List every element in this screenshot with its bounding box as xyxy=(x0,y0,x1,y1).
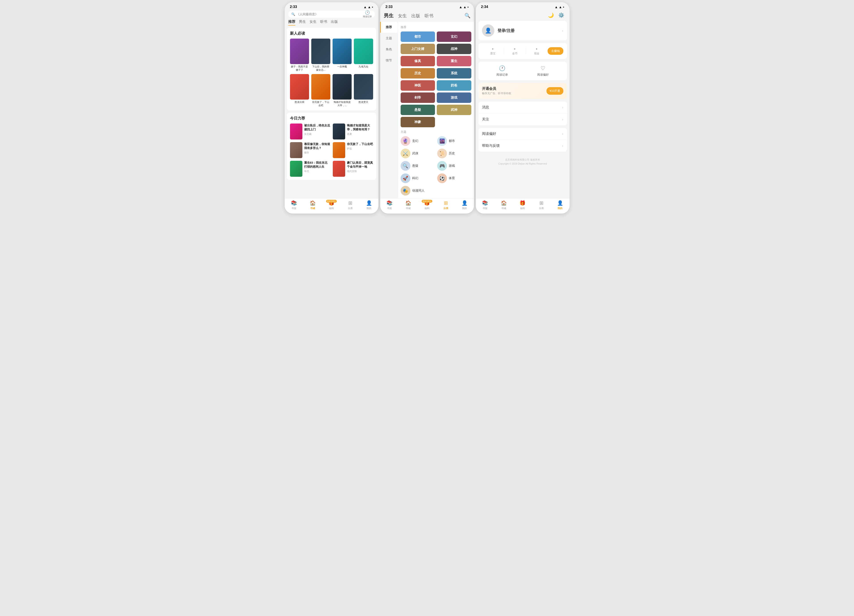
daily-tag-1: 女总裁 xyxy=(304,133,330,136)
coin-label: 金币 xyxy=(504,52,526,55)
nav-mine[interactable]: 👤 我的 xyxy=(360,200,378,210)
theme-kehuan[interactable]: 🚀 科幻 xyxy=(401,174,435,183)
tab-publish[interactable]: 出版 xyxy=(331,20,338,26)
header-tab-audio[interactable]: 听书 xyxy=(425,13,433,19)
genre-shenyi[interactable]: 神医 xyxy=(401,80,435,91)
nav2-shelf[interactable]: 📚 书架 xyxy=(380,200,399,210)
theme-lishi[interactable]: 📜 历史 xyxy=(437,149,471,158)
s2-genre-grid: 都市 玄幻 上门女婿 战神 修真 重生 历史 系统 神医 奶爸 剑帝 游戏 悬疑… xyxy=(401,32,471,127)
s3-content-scroll[interactable]: 👤 登录/注册 › - 墨宝 - 金币 xyxy=(476,21,570,198)
nav-store[interactable]: 🏠 书城 xyxy=(303,200,322,210)
genre-shangmen[interactable]: 上门女婿 xyxy=(401,44,435,54)
action-reading-pref[interactable]: ♡ 阅读偏好 xyxy=(523,65,563,77)
sidebar-recommend[interactable]: 推荐 xyxy=(380,22,398,33)
book-cover-2 xyxy=(311,38,330,64)
book-item-4[interactable]: 九域凡仙 xyxy=(354,38,373,72)
genre-zhanshen[interactable]: 战神 xyxy=(437,44,471,54)
nav2-welfare[interactable]: 新版见面礼 🎁 福利 xyxy=(418,200,436,210)
theme-tiyu[interactable]: ⚽ 体育 xyxy=(437,174,471,183)
profile-section[interactable]: 👤 登录/注册 › xyxy=(479,21,567,40)
daily-item-1[interactable]: 被出轨后，绝色女总裁找上门 女总裁 xyxy=(290,124,330,139)
genre-wushen[interactable]: 武神 xyxy=(437,105,471,115)
tab-male[interactable]: 男生 xyxy=(299,20,306,26)
open-member-button[interactable]: ¥10开通 xyxy=(546,87,563,95)
genre-xuanyi[interactable]: 悬疑 xyxy=(401,105,435,115)
nav3-mine[interactable]: 👤 我的 xyxy=(551,200,570,210)
daily-item-2[interactable]: 悔婚才知道我是大帝，哭瞎有何用？ 逆袭 xyxy=(333,124,373,139)
moon-icon[interactable]: 🌙 xyxy=(548,12,554,18)
header-tab-male[interactable]: 男生 xyxy=(384,12,393,19)
action-reading-history[interactable]: 🕐 阅读记录 xyxy=(482,65,523,77)
genre-xuanhuan[interactable]: 玄幻 xyxy=(437,32,471,42)
nav2-category[interactable]: ⊞ 分类 xyxy=(436,200,455,210)
header-tab-publish[interactable]: 出版 xyxy=(411,13,420,19)
theme-dongman[interactable]: 🎭 动漫同人 xyxy=(401,186,435,195)
nav3-welfare[interactable]: 🎁 福利 xyxy=(513,200,532,210)
reading-record-btn[interactable]: 🕐 阅读记录 xyxy=(363,10,372,18)
daily-pair-1: 被出轨后，绝色女总裁找上门 女总裁 悔婚才知道我是大帝，哭瞎有何用？ 逆袭 xyxy=(290,124,373,139)
book-item-3[interactable]: 一念神魔 xyxy=(332,38,352,72)
daily-item-6[interactable]: 豪门认亲后，团宠真千金马甲掉一地 现代言情 xyxy=(333,161,373,177)
daily-item-5[interactable]: 重生83：我在东北打猎的悠闲人生 年代 xyxy=(290,161,330,177)
mubao-label: 墨宝 xyxy=(482,52,504,55)
daily-item-4[interactable]: 你无敌了，下山去吧 护花 xyxy=(333,142,373,158)
header-tab-female[interactable]: 女生 xyxy=(398,13,407,19)
genre-jiandi[interactable]: 剑帝 xyxy=(401,93,435,103)
genre-xitong[interactable]: 系统 xyxy=(437,68,471,78)
nav-welfare[interactable]: 新版见面礼 🎁 福利 xyxy=(322,200,341,210)
nav3-category[interactable]: ⊞ 分类 xyxy=(532,200,551,210)
s2-content[interactable]: 推荐 都市 玄幻 上门女婿 战神 修真 重生 历史 系统 神医 奶爸 剑帝 游戏… xyxy=(398,22,474,198)
footer-line2: Copyright © 2019 Dejian All Rights Reser… xyxy=(479,162,566,166)
theme-wuxia[interactable]: ⚔️ 武侠 xyxy=(401,149,435,158)
sidebar-plot[interactable]: 情节 xyxy=(380,55,398,66)
theme-icon-xuanyi: 🔍 xyxy=(401,161,410,171)
genre-lishi[interactable]: 历史 xyxy=(401,68,435,78)
book-item-5[interactable]: 怒龙出狱 xyxy=(290,74,309,107)
settings-icon[interactable]: ⚙️ xyxy=(558,12,564,18)
nav2-store[interactable]: 🏠 书城 xyxy=(399,200,418,210)
theme-label-kehuan: 科幻 xyxy=(412,176,418,180)
store-icon-3: 🏠 xyxy=(501,200,507,206)
genre-naidai[interactable]: 奶爸 xyxy=(437,80,471,91)
tab-audio[interactable]: 听书 xyxy=(320,20,327,26)
search-bar[interactable]: 🔍 🕐 阅读记录 xyxy=(288,11,375,18)
daily-info-5: 重生83：我在东北打猎的悠闲人生 年代 xyxy=(304,161,330,177)
genre-dushi[interactable]: 都市 xyxy=(401,32,435,42)
theme-xuanyi[interactable]: 🔍 悬疑 xyxy=(401,161,435,171)
earn-button[interactable]: 去赚钱 xyxy=(547,47,563,55)
book-item-8[interactable]: 怒龙焚天 xyxy=(354,74,373,107)
content-scroll[interactable]: 新人必读 嫂子：我真不是傻子了 下山后，我的替嫁女总... 一念神魔 xyxy=(285,28,378,198)
tab-female[interactable]: 女生 xyxy=(310,20,317,26)
menu-message[interactable]: 消息 › xyxy=(479,102,567,114)
nav3-store[interactable]: 🏠 书城 xyxy=(494,200,513,210)
stat-cash: - 现金 xyxy=(526,47,547,55)
theme-dushi[interactable]: 🌆 都市 xyxy=(437,136,471,146)
book-item-2[interactable]: 下山后，我的替嫁女总... xyxy=(311,38,330,72)
search-icon-2[interactable]: 🔍 xyxy=(465,13,470,18)
daily-info-6: 豪门认亲后，团宠真千金马甲掉一地 现代言情 xyxy=(347,161,373,177)
daily-item-3[interactable]: 靠双修无敌，你知道我有多苦么？ 都市 xyxy=(290,142,330,158)
search-input[interactable] xyxy=(296,12,372,16)
genre-shenhao[interactable]: 神豪 xyxy=(401,117,435,127)
book-item-7[interactable]: 悔婚才知道我是大帝，... xyxy=(332,74,352,107)
menu-help[interactable]: 帮助与反馈 › xyxy=(479,140,567,152)
genre-xiuzhen[interactable]: 修真 xyxy=(401,56,435,66)
sidebar-role[interactable]: 角色 xyxy=(380,44,398,55)
nav3-shelf[interactable]: 📚 书架 xyxy=(476,200,495,210)
menu-reading-pref[interactable]: 阅读偏好 › xyxy=(479,128,567,140)
book-item-1[interactable]: 嫂子：我真不是傻子了 xyxy=(290,38,309,72)
nav-shelf[interactable]: 📚 书架 xyxy=(285,200,303,210)
stats-section: - 墨宝 - 金币 - 现金 去赚钱 xyxy=(479,43,567,59)
genre-youxi[interactable]: 游戏 xyxy=(437,93,471,103)
nav-category[interactable]: ⊞ 分类 xyxy=(341,200,360,210)
book-item-6[interactable]: 你无敌了，下山去吧 xyxy=(311,74,330,107)
nav2-mine[interactable]: 👤 我的 xyxy=(455,200,474,210)
sidebar-theme[interactable]: 主题 xyxy=(380,33,398,44)
menu-follow[interactable]: 关注 › xyxy=(479,114,567,125)
tab-recommend[interactable]: 推荐 xyxy=(288,20,295,26)
genre-chongsheng[interactable]: 重生 xyxy=(437,56,471,66)
theme-youxi[interactable]: 🎮 游戏 xyxy=(437,161,471,171)
stat-coin: - 金币 xyxy=(504,47,526,55)
daily-info-4: 你无敌了，下山去吧 护花 xyxy=(347,142,373,158)
theme-xuanhuan[interactable]: 🔮 玄幻 xyxy=(401,136,435,146)
